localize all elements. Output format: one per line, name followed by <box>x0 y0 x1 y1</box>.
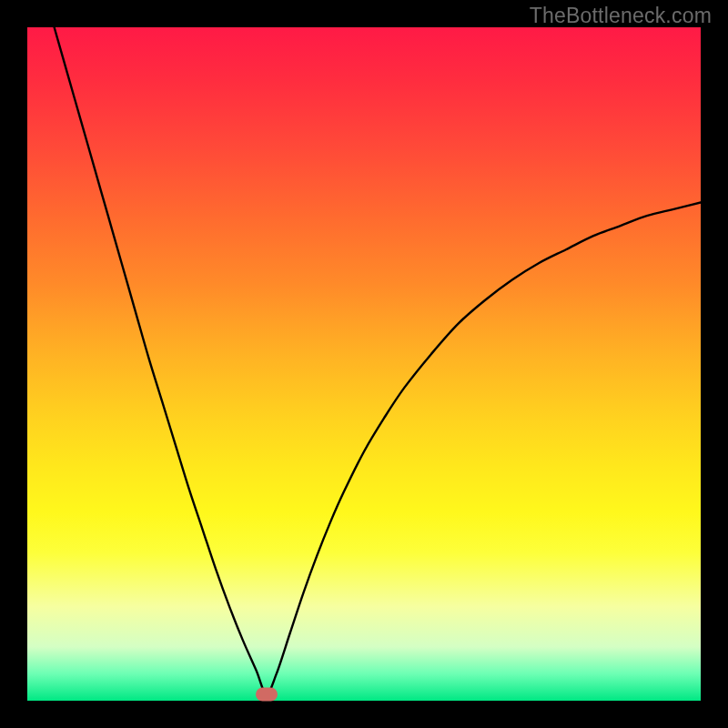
chart-frame: TheBottleneck.com <box>0 0 728 728</box>
bottleneck-curve <box>55 27 701 694</box>
plot-area <box>27 27 701 701</box>
curve-svg <box>27 27 701 701</box>
watermark-text: TheBottleneck.com <box>530 4 712 28</box>
optimum-marker <box>256 687 278 701</box>
